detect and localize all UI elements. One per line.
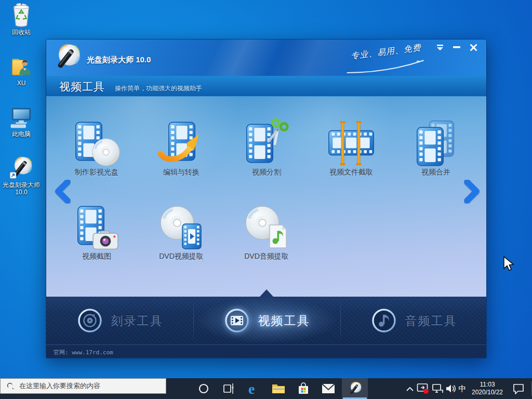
tool-video-snapshot[interactable]: 视频截图 [58, 204, 136, 261]
tool-edit-convert[interactable]: 编辑与转换 [142, 120, 220, 177]
minimize-icon [453, 46, 460, 48]
tab-burn-tools[interactable]: 刻录工具 [46, 297, 193, 344]
tool-label: 视频合并 [397, 168, 475, 177]
user-folder-icon [9, 54, 33, 78]
film-with-camera-icon [73, 204, 121, 251]
tab-divider [340, 302, 341, 339]
action-center-button[interactable] [509, 378, 528, 399]
task-view-button[interactable] [216, 378, 241, 399]
bottom-tab-bar: 刻录工具 视频工具 音频工具 [46, 297, 486, 344]
desktop: 回收站 XU 此电脑 光盘刻录大师 10.0 [0, 0, 532, 399]
close-icon [470, 44, 477, 51]
tray-expand-button[interactable] [403, 378, 417, 399]
disc-with-music-note-icon [243, 204, 290, 251]
speaker-icon [446, 384, 457, 393]
windows-logo-icon [8, 384, 17, 393]
mouse-cursor [503, 256, 514, 272]
store-icon [297, 382, 310, 395]
tool-video-merge[interactable]: 视频合并 [397, 120, 475, 177]
edge-icon: e [246, 381, 261, 396]
tool-video-clip[interactable]: 视频文件截取 [312, 120, 390, 177]
clock-time: 11:03 [480, 381, 495, 389]
clock-date: 2020/10/22 [472, 389, 503, 396]
search-placeholder: 在这里输入你要搜索的内容 [19, 381, 100, 391]
audio-note-icon [371, 308, 397, 334]
action-center-icon [513, 383, 524, 394]
ethernet-icon [432, 383, 443, 394]
tab-audio-tools[interactable]: 音频工具 [340, 297, 487, 344]
tool-label: 编辑与转换 [142, 168, 220, 177]
cortana-icon [198, 383, 209, 394]
tool-dvd-video-extract[interactable]: DVD视频提取 [142, 204, 220, 261]
app-shortcut-icon [9, 156, 33, 180]
search-box[interactable]: 在这里输入你要搜索的内容 [0, 378, 166, 394]
edge-browser-button[interactable]: e [241, 378, 266, 399]
tray-network[interactable] [430, 378, 444, 399]
menu-button[interactable] [433, 42, 447, 52]
tool-label: 视频分割 [228, 168, 305, 177]
cortana-button[interactable] [191, 378, 216, 399]
double-film-icon [412, 120, 460, 167]
window-titlebar: 光盘刻录大师 10.0 专业、易用、免费 [46, 39, 486, 76]
tool-label: 制作影视光盘 [58, 168, 136, 177]
tab-divider [193, 302, 194, 339]
taskbar-app-button-active[interactable] [342, 378, 368, 399]
close-button[interactable] [467, 42, 480, 52]
desktop-icon-this-pc[interactable]: 此电脑 [1, 105, 42, 138]
tray-ime-indicator[interactable]: 中 [457, 378, 468, 399]
window-footer: 官网: www.17rd.com [46, 344, 486, 358]
desktop-icon-label: 此电脑 [1, 130, 42, 138]
slogan-text: 专业、易用、免费 [347, 42, 425, 62]
next-page-arrow[interactable] [464, 180, 481, 204]
section-header: 视频工具 操作简单，功能强大的视频助手 [46, 76, 486, 97]
app-logo-icon [52, 43, 82, 72]
tool-make-video-disc[interactable]: 制作影视光盘 [58, 120, 136, 177]
tray-cast-notification[interactable] [416, 378, 430, 399]
tool-label: DVD音频提取 [228, 252, 305, 261]
chevron-up-icon [406, 387, 414, 391]
menu-icon [436, 45, 444, 50]
tab-label: 音频工具 [405, 313, 457, 329]
window-title: 光盘刻录大师 10.0 [87, 55, 151, 65]
this-pc-icon [9, 105, 33, 129]
app-window: 光盘刻录大师 10.0 专业、易用、免费 [46, 39, 487, 358]
tools-panel: 制作影视光盘 编辑与转换 视频分割 [46, 97, 486, 297]
tool-video-split[interactable]: 视频分割 [228, 120, 305, 177]
desktop-icon-recycle-bin[interactable]: 回收站 [1, 3, 42, 36]
tray-volume[interactable] [444, 378, 458, 399]
svg-text:e: e [248, 381, 255, 396]
cast-icon [417, 383, 429, 394]
desktop-icon-label: 光盘刻录大师 10.0 [1, 181, 42, 196]
minimize-button[interactable] [450, 42, 463, 52]
app-logo-icon [348, 381, 362, 396]
task-view-icon [223, 383, 234, 394]
tool-dvd-audio-extract[interactable]: DVD音频提取 [228, 204, 305, 261]
tab-label: 视频工具 [258, 313, 310, 329]
file-explorer-icon [272, 383, 285, 394]
film-with-disc-icon [73, 120, 121, 167]
section-subtitle: 操作简单，功能强大的视频助手 [115, 84, 202, 93]
official-site-text: 官网: www.17rd.com [54, 349, 113, 356]
desktop-icon-label: XU [1, 79, 42, 87]
film-with-scissors-icon [243, 120, 290, 167]
video-film-icon [224, 308, 250, 334]
start-button[interactable] [0, 378, 25, 399]
desktop-icon-user-folder[interactable]: XU [1, 54, 42, 87]
tool-label: DVD视频提取 [142, 252, 220, 261]
taskbar: 在这里输入你要搜索的内容 e [0, 378, 532, 399]
tool-label: 视频文件截取 [312, 168, 390, 177]
mail-button[interactable] [316, 378, 341, 399]
tray-clock[interactable]: 11:03 2020/10/22 [467, 378, 508, 399]
prev-page-arrow[interactable] [54, 180, 71, 204]
file-explorer-button[interactable] [266, 378, 291, 399]
film-with-convert-arrow-icon [157, 120, 205, 167]
microsoft-store-button[interactable] [291, 378, 316, 399]
slogan-underline [344, 59, 428, 77]
desktop-icon-label: 回收站 [1, 29, 42, 36]
tool-label: 视频截图 [58, 252, 136, 261]
tab-video-tools[interactable]: 视频工具 [193, 297, 340, 344]
active-tab-pointer [260, 289, 273, 297]
film-with-clip-markers-icon [327, 120, 375, 167]
desktop-icon-app-shortcut[interactable]: 光盘刻录大师 10.0 [1, 156, 42, 196]
burn-disc-icon [77, 308, 103, 334]
